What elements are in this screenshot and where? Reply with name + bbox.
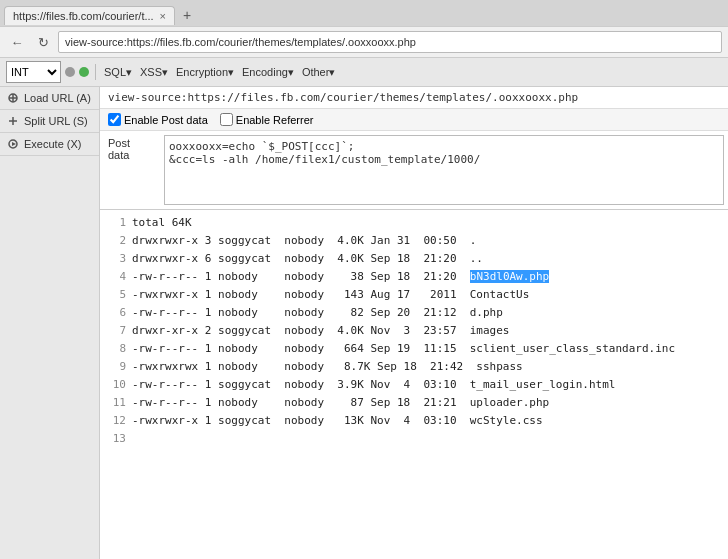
- line-content: total 64K: [132, 214, 192, 232]
- output-line: 2drwxrwxr-x 3 soggycat nobody 4.0K Jan 3…: [100, 232, 728, 250]
- line-content: -rwxrwxr-x 1 nobody nobody 143 Aug 17 20…: [132, 286, 529, 304]
- line-number: 13: [104, 430, 126, 448]
- line-content: -rw-r--r-- 1 nobody nobody 82 Sep 20 21:…: [132, 304, 503, 322]
- output-line: 12-rwxrwxr-x 1 soggycat nobody 13K Nov 4…: [100, 412, 728, 430]
- post-data-label: Post data: [100, 131, 160, 209]
- output-line: 7drwxr-xr-x 2 soggycat nobody 4.0K Nov 3…: [100, 322, 728, 340]
- output-line: 8-rw-r--r-- 1 nobody nobody 664 Sep 19 1…: [100, 340, 728, 358]
- line-number: 7: [104, 322, 126, 340]
- post-data-textarea[interactable]: [164, 135, 724, 205]
- line-number: 1: [104, 214, 126, 232]
- output-line: 1total 64K: [100, 214, 728, 232]
- output-line: 13: [100, 430, 728, 448]
- svg-marker-4: [12, 142, 16, 146]
- output-line: 3drwxrwxr-x 6 soggycat nobody 4.0K Sep 1…: [100, 250, 728, 268]
- referrer-check[interactable]: [220, 113, 233, 126]
- output-line: 6-rw-r--r-- 1 nobody nobody 82 Sep 20 21…: [100, 304, 728, 322]
- back-button[interactable]: ←: [6, 31, 28, 53]
- output-area: 1total 64K2drwxrwxr-x 3 soggycat nobody …: [100, 209, 728, 559]
- execute-icon: [6, 137, 20, 151]
- tab-bar: https://files.fb.com/courier/t... × +: [0, 0, 728, 27]
- line-content: -rw-r--r-- 1 soggycat nobody 3.9K Nov 4 …: [132, 376, 615, 394]
- line-content: -rwxrwxrwx 1 nobody nobody 8.7K Sep 18 2…: [132, 358, 523, 376]
- line-number: 5: [104, 286, 126, 304]
- encryption-button[interactable]: Encryption▾: [174, 65, 236, 80]
- dot-green-icon: [79, 67, 89, 77]
- line-content: -rw-r--r-- 1 nobody nobody 38 Sep 18 21:…: [132, 268, 549, 286]
- line-number: 3: [104, 250, 126, 268]
- options-bar: Enable Post data Enable Referrer: [100, 109, 728, 131]
- active-tab: https://files.fb.com/courier/t... ×: [4, 6, 175, 25]
- line-number: 6: [104, 304, 126, 322]
- line-number: 8: [104, 340, 126, 358]
- output-line: 11-rw-r--r-- 1 nobody nobody 87 Sep 18 2…: [100, 394, 728, 412]
- line-content: -rwxrwxr-x 1 soggycat nobody 13K Nov 4 0…: [132, 412, 543, 430]
- line-content: drwxrwxr-x 3 soggycat nobody 4.0K Jan 31…: [132, 232, 476, 250]
- split-url-label: Split URL (S): [24, 115, 88, 127]
- line-number: 10: [104, 376, 126, 394]
- execute-label: Execute (X): [24, 138, 81, 150]
- navigation-bar: ← ↻: [0, 27, 728, 58]
- load-url-icon: [6, 91, 20, 105]
- split-url-icon: [6, 114, 20, 128]
- enable-referrer-checkbox[interactable]: Enable Referrer: [220, 113, 314, 126]
- highlighted-text: bN3dl0Aw.php: [470, 270, 549, 283]
- other-button[interactable]: Other▾: [300, 65, 338, 80]
- load-url-label: Load URL (A): [24, 92, 91, 104]
- new-tab-button[interactable]: +: [177, 4, 197, 26]
- right-panel: view-source:https://files.fb.com/courier…: [100, 87, 728, 559]
- execute-button[interactable]: Execute (X): [0, 133, 99, 156]
- line-number: 11: [104, 394, 126, 412]
- encoding-button[interactable]: Encoding▾: [240, 65, 296, 80]
- output-line: 5-rwxrwxr-x 1 nobody nobody 143 Aug 17 2…: [100, 286, 728, 304]
- refresh-button[interactable]: ↻: [32, 31, 54, 53]
- address-bar[interactable]: [58, 31, 722, 53]
- output-line: 9-rwxrwxrwx 1 nobody nobody 8.7K Sep 18 …: [100, 358, 728, 376]
- line-number: 12: [104, 412, 126, 430]
- tab-close-button[interactable]: ×: [160, 10, 166, 22]
- left-panel: Load URL (A) Split URL (S) Execute (X): [0, 87, 100, 559]
- main-content: Load URL (A) Split URL (S) Execute (X) v…: [0, 87, 728, 559]
- load-url-button[interactable]: Load URL (A): [0, 87, 99, 110]
- toolbar-divider: [95, 64, 96, 80]
- line-content: -rw-r--r-- 1 nobody nobody 87 Sep 18 21:…: [132, 394, 549, 412]
- line-content: drwxr-xr-x 2 soggycat nobody 4.0K Nov 3 …: [132, 322, 510, 340]
- line-content: -rw-r--r-- 1 nobody nobody 664 Sep 19 11…: [132, 340, 675, 358]
- enable-post-data-checkbox[interactable]: Enable Post data: [108, 113, 208, 126]
- split-url-button[interactable]: Split URL (S): [0, 110, 99, 133]
- post-data-check[interactable]: [108, 113, 121, 126]
- post-data-area: Post data: [100, 131, 728, 209]
- line-number: 2: [104, 232, 126, 250]
- toolbar: INT SQL▾ XSS▾ Encryption▾ Encoding▾ Othe…: [0, 58, 728, 87]
- xss-button[interactable]: XSS▾: [138, 65, 170, 80]
- tab-title: https://files.fb.com/courier/t...: [13, 10, 154, 22]
- output-line: 4-rw-r--r-- 1 nobody nobody 38 Sep 18 21…: [100, 268, 728, 286]
- line-number: 4: [104, 268, 126, 286]
- line-content: drwxrwxr-x 6 soggycat nobody 4.0K Sep 18…: [132, 250, 483, 268]
- browser-window: https://files.fb.com/courier/t... × + ← …: [0, 0, 728, 559]
- url-display: view-source:https://files.fb.com/courier…: [100, 87, 728, 109]
- int-select[interactable]: INT: [6, 61, 61, 83]
- line-number: 9: [104, 358, 126, 376]
- sql-button[interactable]: SQL▾: [102, 65, 134, 80]
- output-line: 10-rw-r--r-- 1 soggycat nobody 3.9K Nov …: [100, 376, 728, 394]
- dot-gray-icon: [65, 67, 75, 77]
